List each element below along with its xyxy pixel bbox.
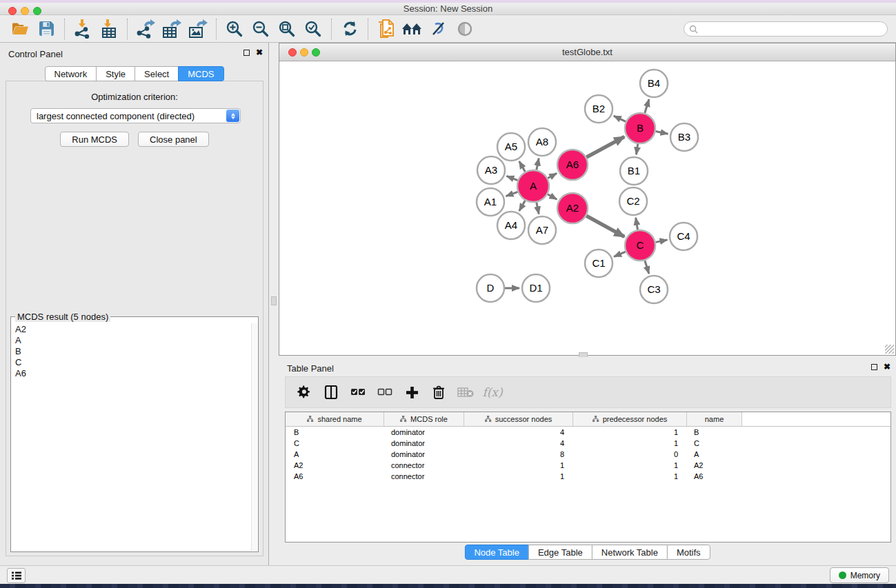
graph-edge-A2-C[interactable]: [586, 216, 624, 236]
table-cell[interactable]: A: [286, 450, 384, 458]
search-box[interactable]: [684, 21, 888, 37]
unselect-all-button[interactable]: [376, 383, 394, 401]
open-session-button[interactable]: [7, 17, 33, 41]
table-cell[interactable]: C: [286, 439, 384, 447]
minimize-window-button[interactable]: [21, 7, 29, 15]
table-row[interactable]: A2connector11A2: [286, 460, 890, 471]
graph-edge-A-A7[interactable]: [537, 203, 539, 214]
graph-edge-B-B2[interactable]: [614, 116, 626, 121]
network-canvas[interactable]: B4B2BB3A5A8A6B1A3AA1C2A2A4A7C4CC1C3DD1: [279, 61, 895, 355]
graph-edge-B-B4[interactable]: [645, 99, 649, 113]
export-table-button[interactable]: [159, 17, 185, 41]
new-network-from-file-button[interactable]: [373, 17, 399, 41]
mcds-result-item[interactable]: C: [15, 357, 258, 368]
tab-node-table[interactable]: Node Table: [464, 545, 529, 560]
mcds-result-item[interactable]: A6: [15, 368, 258, 379]
table-cell[interactable]: 1: [464, 472, 573, 480]
zoom-in-button[interactable]: [221, 17, 248, 41]
graph-edge-A-A8[interactable]: [537, 159, 539, 170]
graph-edge-A-A3[interactable]: [506, 176, 517, 180]
birds-eye-view-button[interactable]: [452, 17, 478, 41]
table-cell[interactable]: connector: [384, 472, 464, 480]
graph-edge-A-A5[interactable]: [519, 161, 526, 172]
export-network-button[interactable]: [132, 17, 159, 41]
select-all-button[interactable]: [349, 383, 367, 401]
tab-style[interactable]: Style: [96, 66, 135, 81]
zoom-fit-button[interactable]: [274, 17, 300, 41]
column-header-name[interactable]: name: [687, 412, 742, 426]
table-cell[interactable]: 1: [573, 461, 687, 469]
hide-graphics-details-button[interactable]: [426, 17, 452, 41]
float-panel-icon[interactable]: [243, 50, 250, 56]
table-cell[interactable]: dominator: [384, 450, 464, 458]
show-columns-button[interactable]: [322, 383, 340, 401]
table-cell[interactable]: A6: [286, 472, 384, 480]
table-cell[interactable]: B: [687, 428, 742, 436]
result-scrollbar[interactable]: [251, 323, 257, 551]
table-cell[interactable]: A: [687, 450, 742, 458]
table-cell[interactable]: dominator: [384, 428, 464, 436]
zoom-window-button[interactable]: [33, 7, 41, 15]
close-table-panel-icon[interactable]: ✖: [884, 363, 890, 370]
graph-edge-B-B1[interactable]: [636, 144, 637, 154]
delete-column-button[interactable]: [430, 383, 448, 401]
table-cell[interactable]: 8: [464, 450, 573, 458]
graph-edge-A6-B[interactable]: [586, 136, 624, 157]
table-cell[interactable]: dominator: [384, 439, 464, 447]
search-input[interactable]: [701, 24, 887, 34]
zoom-out-button[interactable]: [248, 17, 274, 41]
table-cell[interactable]: A2: [286, 461, 384, 469]
close-network-button[interactable]: [288, 48, 297, 57]
graph-edge-A-A2[interactable]: [548, 194, 557, 200]
graph-edge-C-C1[interactable]: [614, 252, 626, 256]
table-cell[interactable]: 1: [573, 428, 687, 436]
table-options-button[interactable]: [295, 383, 313, 401]
tab-network[interactable]: Network: [44, 66, 97, 81]
close-panel-icon[interactable]: ✖: [256, 49, 263, 56]
float-table-panel-icon[interactable]: [871, 364, 877, 370]
graph-edge-A-A4[interactable]: [519, 201, 526, 211]
table-row[interactable]: Bdominator41B: [286, 427, 890, 438]
column-header-successor-nodes[interactable]: successor nodes: [464, 412, 573, 426]
table-cell[interactable]: 4: [464, 439, 573, 447]
table-cell[interactable]: C: [687, 439, 742, 447]
table-cell[interactable]: 1: [464, 461, 573, 469]
criterion-dropdown[interactable]: largest connected component (directed): [30, 108, 241, 123]
memory-button[interactable]: Memory: [830, 567, 889, 583]
graph-edge-C-C2[interactable]: [636, 218, 638, 230]
table-row[interactable]: A6connector11A6: [286, 471, 890, 482]
tab-network-table[interactable]: Network Table: [592, 545, 668, 560]
table-row[interactable]: Cdominator41C: [286, 438, 890, 449]
window-resize-grip[interactable]: [885, 345, 894, 354]
vertical-splitter-handle[interactable]: [271, 296, 277, 305]
graph-edge-A-A6[interactable]: [548, 173, 557, 178]
close-panel-button[interactable]: Close panel: [138, 132, 209, 147]
table-cell[interactable]: 1: [573, 439, 687, 447]
close-window-button[interactable]: [8, 7, 17, 15]
graph-edge-B-B3[interactable]: [656, 132, 668, 134]
add-column-button[interactable]: [403, 383, 421, 401]
graph-edge-A-A1[interactable]: [506, 192, 518, 196]
refresh-button[interactable]: [337, 17, 363, 41]
zoom-network-button[interactable]: [312, 48, 320, 57]
import-network-button[interactable]: [70, 17, 96, 41]
column-header-shared-name[interactable]: shared name: [286, 412, 384, 426]
table-cell[interactable]: connector: [384, 461, 464, 469]
mcds-result-item[interactable]: A2: [15, 324, 258, 335]
show-panels-button[interactable]: [7, 568, 26, 583]
mcds-result-item[interactable]: A: [15, 335, 258, 346]
minimize-network-button[interactable]: [300, 48, 308, 57]
tab-motifs[interactable]: Motifs: [667, 545, 710, 560]
function-builder-button[interactable]: f(x): [484, 383, 501, 401]
home-button[interactable]: [399, 17, 426, 41]
table-cell[interactable]: B: [286, 428, 384, 436]
table-cell[interactable]: 1: [573, 472, 687, 480]
table-cell[interactable]: 4: [464, 428, 573, 436]
column-header-predecessor-nodes[interactable]: predecessor nodes: [573, 412, 687, 426]
mcds-result-list[interactable]: A2ABCA6: [11, 317, 258, 379]
column-header-mcds-role[interactable]: MCDS role: [384, 412, 464, 426]
delete-table-button[interactable]: [457, 383, 475, 401]
zoom-selected-button[interactable]: [300, 17, 326, 41]
export-image-button[interactable]: [185, 17, 211, 41]
table-cell[interactable]: A6: [687, 472, 742, 480]
